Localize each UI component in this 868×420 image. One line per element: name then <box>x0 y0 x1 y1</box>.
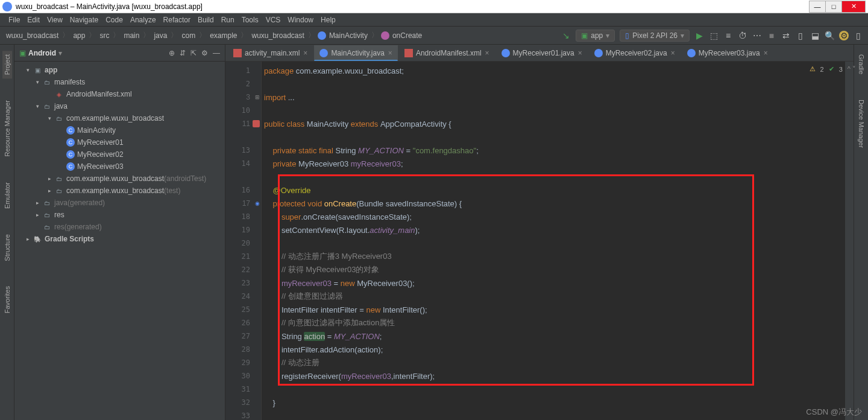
menu-tools[interactable]: Tools <box>238 16 262 24</box>
select-opened-icon[interactable]: ⊕ <box>169 49 175 57</box>
menu-help[interactable]: Help <box>317 16 339 24</box>
check-icon: ✔ <box>829 65 834 73</box>
maximize-button[interactable]: □ <box>825 1 842 13</box>
breadcrumbs[interactable]: wuxu_broadcast〉 app〉 src〉 main〉 java〉 co… <box>5 30 423 40</box>
window-title: wuxu_broadcast – MainActivity.java [wuxu… <box>16 2 810 11</box>
vcs-icon[interactable]: ⇄ <box>781 31 791 40</box>
project-panel: ▣ Android ▾ ⊕ ⇵ ⇱ ⚙ — ▾▣app ▾🗀manifests … <box>14 45 225 420</box>
expand-all-icon[interactable]: ⇵ <box>180 49 186 57</box>
menu-analyze[interactable]: Analyze <box>127 16 160 24</box>
profile-icon[interactable]: ⏱ <box>738 31 747 40</box>
tree-app[interactable]: ▾▣app <box>14 64 225 76</box>
tree-mainactivity[interactable]: CMainActivity <box>14 124 225 136</box>
editor-scrollbar[interactable] <box>845 62 854 420</box>
user-icon[interactable]: ▯ <box>854 31 863 40</box>
tree-package[interactable]: ▾🗀com.example.wuxu_broadcast <box>14 112 225 124</box>
project-tab[interactable]: Project <box>2 51 12 78</box>
collapse-icon[interactable]: ⇱ <box>190 49 197 57</box>
menu-code[interactable]: Code <box>102 16 127 24</box>
line-gutter: 1 2 3⊞ 10 11 13 14 16 17◉ 18 19 20 21 22… <box>225 62 262 420</box>
resource-manager-tab[interactable]: Resource Manager <box>2 97 12 161</box>
menu-window[interactable]: Window <box>284 16 317 24</box>
sync-icon[interactable]: ↘ <box>561 31 571 40</box>
tree-java[interactable]: ▾🗀java <box>14 100 225 112</box>
menu-bar: File Edit View Navigate Code Analyze Ref… <box>0 13 868 27</box>
menu-view[interactable]: View <box>43 16 66 24</box>
editor-area: activity_main.xml× MainActivity.java× An… <box>225 45 854 420</box>
tab-mainactivity[interactable]: MainActivity.java× <box>314 45 398 61</box>
gradle-tab[interactable]: Gradle <box>857 51 866 78</box>
menu-build[interactable]: Build <box>194 16 218 24</box>
tree-package-androidtest[interactable]: ▸🗀com.example.wuxu_broadcast (androidTes… <box>14 173 225 185</box>
menu-file[interactable]: File <box>5 16 24 24</box>
tab-androidmanifest[interactable]: AndroidManifest.xml× <box>399 45 495 61</box>
run-button[interactable]: ▶ <box>694 31 704 40</box>
menu-edit[interactable]: Edit <box>24 16 43 24</box>
warning-icon: ⚠ <box>810 65 816 73</box>
close-button[interactable]: ✕ <box>841 1 866 13</box>
tree-gradle-scripts[interactable]: ▸🐘Gradle Scripts <box>14 233 225 245</box>
app-icon <box>2 2 12 11</box>
tab-myreceiver01[interactable]: MyReceiver01.java× <box>496 45 588 61</box>
tab-activity-main[interactable]: activity_main.xml× <box>228 45 313 61</box>
window-titlebar: wuxu_broadcast – MainActivity.java [wuxu… <box>0 0 868 13</box>
menu-refactor[interactable]: Refactor <box>160 16 194 24</box>
attach-icon[interactable]: ⋯ <box>752 31 762 40</box>
device-selector[interactable]: ▯Pixel 2 API 26▾ <box>620 30 690 42</box>
menu-vcs[interactable]: VCS <box>262 16 285 24</box>
tree-myreceiver01[interactable]: CMyReceiver01 <box>14 136 225 148</box>
project-view-label[interactable]: Android <box>28 49 56 57</box>
device-manager-tab[interactable]: Device Manager <box>857 96 866 151</box>
avd-icon[interactable]: ▯ <box>796 31 805 40</box>
settings-gear-icon[interactable]: ⚙ <box>201 49 208 57</box>
left-tool-strip: Project Resource Manager Emulator Struct… <box>0 45 14 420</box>
android-icon: ▣ <box>19 49 26 57</box>
tab-myreceiver02[interactable]: MyReceiver02.java× <box>589 45 681 61</box>
tree-myreceiver02[interactable]: CMyReceiver02 <box>14 148 225 161</box>
hide-icon[interactable]: — <box>213 49 220 57</box>
stop-button[interactable]: ■ <box>767 31 776 40</box>
gutter-run-icon[interactable] <box>253 120 260 127</box>
structure-tab[interactable]: Structure <box>2 231 12 265</box>
right-tool-strip: Gradle Device Manager <box>854 45 868 420</box>
coverage-icon[interactable]: ≡ <box>723 31 733 40</box>
search-icon[interactable]: 🔍 <box>825 31 834 40</box>
tree-java-generated[interactable]: ▸🗀java (generated) <box>14 197 225 209</box>
project-panel-header: ▣ Android ▾ ⊕ ⇵ ⇱ ⚙ — <box>14 45 225 62</box>
menu-run[interactable]: Run <box>218 16 238 24</box>
tree-package-test[interactable]: ▸🗀com.example.wuxu_broadcast (test) <box>14 185 225 197</box>
watermark: CSDN @冯大少 <box>806 407 862 418</box>
minimize-button[interactable]: — <box>809 1 826 13</box>
tree-manifest-file[interactable]: ◈AndroidManifest.xml <box>14 88 225 100</box>
tab-myreceiver03[interactable]: MyReceiver03.java× <box>682 45 773 61</box>
sdk-icon[interactable]: ⬓ <box>810 31 820 40</box>
favorites-tab[interactable]: Favorites <box>2 282 12 317</box>
inspection-widget[interactable]: ⚠2 ✔3 ^ ˅ <box>810 65 856 73</box>
tree-myreceiver03[interactable]: CMyReceiver03 <box>14 161 225 173</box>
code-editor[interactable]: package com.example.wuxu_broadcast; impo… <box>262 62 845 420</box>
settings-icon[interactable]: ⚙ <box>839 31 849 40</box>
menu-navigate[interactable]: Navigate <box>66 16 102 24</box>
tree-res-generated[interactable]: 🗀res (generated) <box>14 221 225 233</box>
project-tree: ▾▣app ▾🗀manifests ◈AndroidManifest.xml ▾… <box>14 62 225 247</box>
tree-manifests[interactable]: ▾🗀manifests <box>14 76 225 88</box>
navigation-bar: wuxu_broadcast〉 app〉 src〉 main〉 java〉 co… <box>0 27 868 45</box>
debug-icon[interactable]: ⬚ <box>709 31 719 40</box>
run-config-selector[interactable]: ▣app▾ <box>576 30 615 42</box>
emulator-tab[interactable]: Emulator <box>2 179 12 212</box>
editor-tabs: activity_main.xml× MainActivity.java× An… <box>225 45 854 62</box>
tree-res[interactable]: ▸🗀res <box>14 209 225 221</box>
